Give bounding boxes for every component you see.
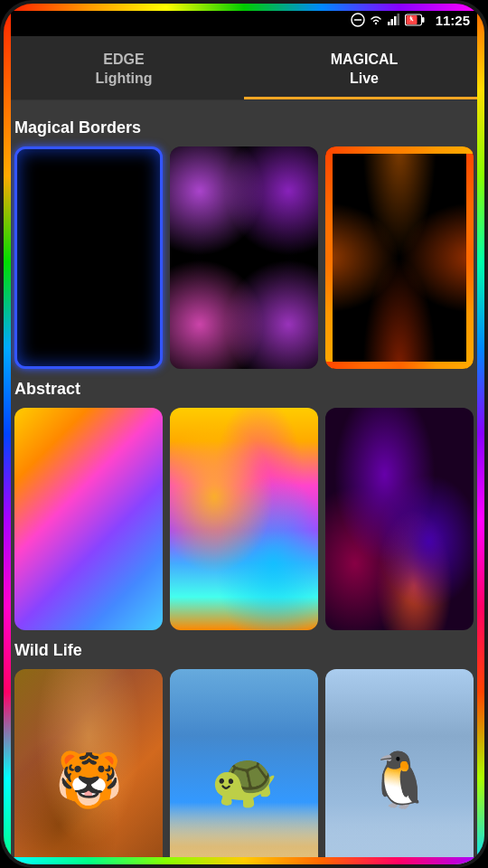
abstract-item-marble[interactable]	[325, 408, 474, 630]
turtle-icon: 🐢	[170, 669, 318, 865]
wifi-icon	[369, 13, 383, 27]
section-wildlife-title: Wild Life	[14, 641, 474, 660]
wildlife-item-tiger[interactable]: 🐯	[14, 669, 163, 865]
abstract-item-waves[interactable]	[170, 408, 318, 630]
wildlife-grid: 🐯 🐢 🐧	[14, 669, 474, 865]
svg-point-2	[374, 23, 376, 24]
tab-edge-lighting[interactable]: EDGE Lighting	[4, 36, 244, 99]
do-not-disturb-icon	[351, 13, 365, 27]
svg-rect-8	[422, 17, 425, 23]
penguin-icon: 🐧	[325, 669, 474, 865]
border-item-fire[interactable]	[325, 146, 474, 369]
status-bar: 11:25	[4, 4, 484, 36]
tab-magical-live[interactable]: MAGICAL Live	[244, 36, 484, 99]
svg-rect-5	[394, 16, 397, 25]
tab-edge-lighting-label: EDGE Lighting	[11, 51, 237, 89]
phone-frame: 11:25 EDGE Lighting MAGICAL Live Magical…	[0, 0, 488, 868]
battery-icon	[405, 14, 425, 26]
abstract-item-gradient[interactable]	[14, 408, 163, 630]
status-icons: 11:25	[351, 13, 470, 28]
wildlife-item-penguin[interactable]: 🐧	[325, 669, 474, 865]
tab-edge-lighting-underline	[4, 97, 244, 99]
section-magical-borders-title: Magical Borders	[14, 118, 474, 137]
section-abstract-title: Abstract	[14, 380, 474, 399]
wildlife-item-turtle[interactable]: 🐢	[170, 669, 318, 865]
tiger-icon: 🐯	[14, 669, 163, 865]
signal-icon	[387, 13, 401, 27]
magical-borders-grid	[14, 146, 474, 369]
abstract-grid	[14, 408, 474, 630]
svg-rect-6	[397, 14, 399, 25]
border-item-purple[interactable]	[170, 146, 318, 369]
tab-magical-live-label: MAGICAL Live	[251, 51, 477, 89]
main-content: Magical Borders Abstract Wild Life 🐯 🐢 🐧	[4, 100, 484, 865]
status-time: 11:25	[436, 13, 470, 28]
svg-rect-3	[388, 22, 390, 25]
tab-magical-live-underline	[244, 97, 484, 99]
svg-rect-4	[390, 19, 393, 25]
border-item-blue[interactable]	[14, 146, 163, 369]
tab-bar: EDGE Lighting MAGICAL Live	[4, 36, 484, 100]
